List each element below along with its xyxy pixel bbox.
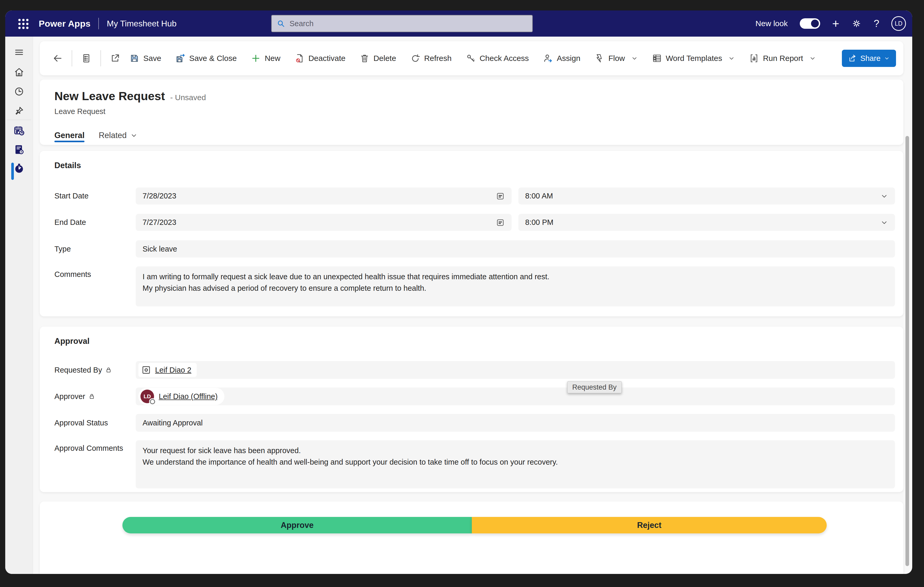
comments-line-1: I am writing to formally request a sick … [142, 271, 888, 282]
sidebar-timesheet-calendar-icon[interactable] [13, 124, 25, 137]
start-time-dropdown[interactable]: 8:00 AM [518, 188, 895, 204]
top-navigation-bar: Power Apps My Timesheet Hub New look + ? [5, 10, 912, 36]
sidebar-pin-icon[interactable] [13, 105, 25, 117]
search-box[interactable] [271, 15, 533, 32]
word-templates-button[interactable]: Word Templates [652, 53, 735, 63]
settings-gear-icon[interactable] [851, 18, 862, 29]
start-date-value: 7/28/2023 [142, 192, 176, 200]
refresh-button-label: Refresh [424, 54, 452, 63]
vertical-scrollbar-thumb[interactable] [906, 136, 909, 566]
new-look-label: New look [756, 19, 788, 28]
entity-record-icon [142, 365, 151, 375]
lock-icon [88, 393, 95, 400]
sidebar-requests-form-icon[interactable] [13, 143, 25, 156]
trash-icon [360, 53, 370, 63]
approver-link[interactable]: Leif Diao (Offline) [159, 392, 218, 401]
approval-status-label: Approval Status [54, 414, 136, 432]
tab-related[interactable]: Related [99, 126, 138, 145]
comments-label: Comments [54, 266, 136, 307]
popout-button[interactable] [108, 51, 122, 66]
new-look-toggle[interactable] [800, 18, 820, 29]
sidebar-divider [7, 120, 31, 120]
calendar-icon[interactable] [496, 218, 505, 227]
user-avatar[interactable]: LD [891, 16, 906, 31]
details-heading: Details [54, 161, 81, 170]
save-and-close-button[interactable]: Save & Close [175, 53, 237, 63]
word-doc-icon [652, 53, 662, 63]
search-input[interactable] [290, 19, 528, 28]
sidebar-recent-clock-icon[interactable] [13, 85, 25, 98]
deactivate-button-label: Deactivate [309, 54, 345, 63]
flow-icon [594, 53, 604, 63]
requested-by-chip[interactable]: Leif Diao 2 [139, 363, 197, 377]
sidebar-home-icon[interactable] [13, 66, 25, 78]
save-and-close-icon [175, 53, 185, 63]
save-button[interactable]: Save [129, 53, 161, 63]
approver-avatar: LD [140, 389, 154, 403]
create-plus-icon[interactable]: + [832, 18, 839, 30]
approval-section-card: Approval Requested By Leif Dia [40, 326, 903, 492]
approval-comments-line-1: Your request for sick leave has been app… [142, 445, 888, 456]
flow-button[interactable]: Flow [594, 53, 638, 63]
sidebar-hamburger-menu-icon[interactable] [13, 46, 25, 59]
requested-by-field: Leif Diao 2 [136, 361, 895, 379]
requested-by-link[interactable]: Leif Diao 2 [155, 366, 191, 374]
chevron-down-icon [728, 55, 735, 62]
approval-status-input[interactable]: Awaiting Approval [136, 414, 895, 432]
refresh-button[interactable]: Refresh [410, 53, 452, 63]
workspace-title[interactable]: My Timesheet Hub [107, 19, 177, 28]
calendar-icon[interactable] [496, 192, 505, 201]
assign-person-icon [543, 53, 553, 63]
type-value: Sick leave [142, 245, 177, 253]
delete-button[interactable]: Delete [360, 53, 396, 63]
save-and-close-button-label: Save & Close [189, 54, 237, 63]
approver-avatar-initials: LD [144, 393, 151, 399]
approver-label-text: Approver [54, 392, 85, 401]
waffle-menu-icon[interactable] [17, 18, 29, 29]
report-icon [749, 53, 759, 63]
comments-row: Comments I am writing to formally reques… [54, 266, 895, 307]
back-button[interactable] [50, 51, 65, 66]
deactivate-button[interactable]: Deactivate [294, 53, 345, 63]
approver-row: Approver LD Leif Diao (Offline) [54, 387, 895, 405]
actions-card: Approve Reject [40, 501, 903, 574]
start-date-input[interactable]: 7/28/2023 [136, 188, 512, 204]
share-button[interactable]: Share [842, 49, 896, 67]
check-access-button[interactable]: Check Access [466, 53, 529, 63]
requested-by-label: Requested By [54, 361, 136, 379]
form-selector-button[interactable] [79, 51, 94, 66]
approval-comments-row: Approval Comments Your request for sick … [54, 440, 895, 488]
comments-textarea[interactable]: I am writing to formally request a sick … [136, 266, 895, 307]
end-date-input[interactable]: 7/27/2023 [136, 214, 512, 231]
help-icon[interactable]: ? [874, 18, 879, 28]
type-input[interactable]: Sick leave [136, 240, 895, 257]
end-time-dropdown[interactable]: 8:00 PM [518, 214, 895, 231]
sidebar-leave-stopwatch-icon[interactable] [13, 162, 25, 175]
chevron-down-icon [880, 192, 888, 200]
chevron-down-icon [809, 55, 816, 62]
approver-chip[interactable]: LD Leif Diao (Offline) [139, 388, 224, 405]
start-date-label: Start Date [54, 188, 136, 204]
form-tabs: General Related [54, 126, 138, 145]
assign-button[interactable]: Assign [543, 53, 580, 63]
chevron-down-icon [631, 55, 638, 62]
topbar-right-group: New look + ? LD [756, 16, 906, 31]
left-sidebar [5, 36, 33, 574]
type-row: Type Sick leave [54, 240, 895, 257]
app-window: Power Apps My Timesheet Hub New look + ? [5, 10, 912, 574]
flow-button-label: Flow [608, 54, 625, 63]
new-button[interactable]: New [251, 53, 280, 63]
share-icon [848, 54, 857, 63]
tab-general[interactable]: General [54, 126, 84, 145]
refresh-icon [410, 53, 420, 63]
approve-button[interactable]: Approve [122, 517, 472, 533]
key-icon [466, 53, 476, 63]
plus-icon [251, 53, 261, 63]
run-report-button[interactable]: Run Report [749, 53, 816, 63]
details-section-card: Details Start Date 7/28/2023 8:00 AM [40, 151, 903, 317]
end-date-value: 7/27/2023 [142, 218, 176, 227]
approval-comments-textarea[interactable]: Your request for sick leave has been app… [136, 440, 895, 488]
delete-button-label: Delete [373, 54, 396, 63]
requested-by-label-text: Requested By [54, 366, 102, 374]
reject-button[interactable]: Reject [472, 517, 827, 533]
